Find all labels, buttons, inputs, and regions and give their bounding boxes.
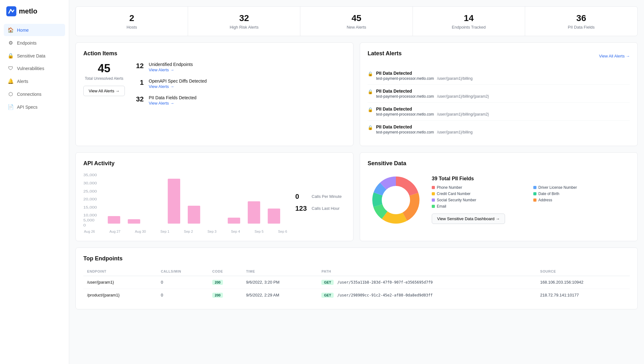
stat-high-risk-label: High Risk Alerts xyxy=(194,25,294,30)
chart-label-2: Aug 30 xyxy=(135,230,146,233)
svg-text:5,000: 5,000 xyxy=(83,219,95,222)
svg-text:15,000: 15,000 xyxy=(83,206,97,209)
legend-grid: Phone Number Driver License Number Credi… xyxy=(432,185,630,209)
api-activity-card: API Activity 35,000 30,000 25,000 20,000… xyxy=(75,152,353,241)
action-info-2: PII Data Fields Detected View Alerts → xyxy=(149,95,197,106)
action-link-0[interactable]: View Alerts → xyxy=(149,68,193,72)
svg-rect-13 xyxy=(228,218,240,224)
latest-alerts-card: Latest Alerts View All Alerts → 🔒 PII Da… xyxy=(360,42,638,146)
stat-high-risk-number: 32 xyxy=(194,13,294,24)
alert-host-2: test-payment-processor.metlo.com xyxy=(376,112,434,117)
chart-labels: Aug 26 Aug 27 Aug 30 Sep 1 Sep 2 Sep 3 S… xyxy=(83,230,288,233)
stat-pii-number: 36 xyxy=(531,13,631,24)
action-link-2[interactable]: View Alerts → xyxy=(149,101,197,106)
sidebar-item-vulnerabilities[interactable]: 🛡 Vulnerabilities xyxy=(4,62,65,74)
metlo-logo-icon xyxy=(6,6,16,16)
stat-hosts: 2 Hosts xyxy=(76,7,188,36)
action-info-0: Unidentified Endpoints View Alerts → xyxy=(149,62,193,72)
alert-details-2: PII Data Detected test-payment-processor… xyxy=(376,106,489,117)
action-items-card: Action Items 45 Total Unresolved Alerts … xyxy=(75,42,353,146)
legend-label-0: Phone Number xyxy=(437,185,462,190)
legend-dot-4 xyxy=(432,198,435,202)
legend-label-1: Driver License Number xyxy=(538,185,577,190)
api-stat-cpm-label: Calls Per Minute xyxy=(312,194,341,199)
alert-path-1: /user/{param1}/billing/{param2} xyxy=(437,94,489,99)
chart-label-0: Aug 26 xyxy=(84,230,95,233)
shield-icon: 🛡 xyxy=(8,66,14,71)
action-list: 12 Unidentified Endpoints View Alerts → … xyxy=(135,62,346,106)
sidebar-label-home: Home xyxy=(17,28,29,33)
action-row-2: 32 PII Data Fields Detected View Alerts … xyxy=(135,95,346,106)
row0-time: 9/6/2022, 3:20 PM xyxy=(242,276,318,289)
row0-path-value: /user/535a11b8-283d-47f0-907f-e3565695d7… xyxy=(337,280,433,285)
home-icon: 🏠 xyxy=(8,27,14,33)
chart-label-8: Sep 6 xyxy=(278,230,287,233)
legend-dot-2 xyxy=(432,192,435,195)
top-cards-row: Action Items 45 Total Unresolved Alerts … xyxy=(75,42,638,146)
total-alerts-section: 45 Total Unresolved Alerts View All Aler… xyxy=(83,62,125,96)
chart-label-3: Sep 1 xyxy=(160,230,169,233)
action-count-1: 1 xyxy=(135,79,144,87)
api-stat-cpm: 0 Calls Per Minute xyxy=(295,193,346,201)
alert-lock-icon-1: 🔒 xyxy=(368,89,373,94)
sensitive-total: 39 Total PII Fields xyxy=(432,176,630,182)
action-items-title: Action Items xyxy=(83,50,346,57)
bar-chart: 35,000 30,000 25,000 20,000 15,000 10,00… xyxy=(83,172,288,228)
row0-code: 200 xyxy=(208,276,242,289)
alert-path-0: /user/{param1}/billing xyxy=(437,76,473,81)
row1-method-path: GET /user/298909cc-91c2-45e2-af80-0da8ed… xyxy=(318,289,536,302)
svg-rect-15 xyxy=(268,209,280,224)
view-all-alerts-link[interactable]: View All Alerts → xyxy=(599,54,630,58)
endpoints-table-header-row: ENDPOINT CALLS/MIN Code Time Path Source xyxy=(83,267,630,276)
chart-label-7: Sep 5 xyxy=(254,230,264,233)
api-activity-title: API Activity xyxy=(83,160,346,167)
legend-label-6: Email xyxy=(437,204,446,209)
legend-dot-6 xyxy=(432,205,435,208)
alert-item-0: 🔒 PII Data Detected test-payment-process… xyxy=(368,67,630,85)
alert-host-1: test-payment-processor.metlo.com xyxy=(376,94,434,99)
stat-new-alerts-label: New Alerts xyxy=(307,25,406,30)
svg-rect-10 xyxy=(128,219,140,224)
sidebar-item-connections[interactable]: ⬡ Connections xyxy=(4,88,65,100)
view-sensitive-dashboard-button[interactable]: View Sensitive Data Dashboard → xyxy=(432,214,505,224)
row0-status-badge: 200 xyxy=(212,280,223,285)
row0-source: 168.106.203.156:10942 xyxy=(536,276,630,289)
alert-meta-3: test-payment-processor.metlo.com /user/{… xyxy=(376,130,473,134)
sidebar-item-home[interactable]: 🏠 Home xyxy=(4,24,65,36)
row1-method-badge: GET xyxy=(321,293,334,298)
sidebar-item-sensitive-data[interactable]: 🔒 Sensitive Data xyxy=(4,50,65,62)
stat-hosts-number: 2 xyxy=(82,13,181,24)
sidebar-item-api-specs[interactable]: 📄 API Specs xyxy=(4,101,65,113)
lock-icon: 🔒 xyxy=(8,53,14,59)
row0-endpoint-path: /user/{param1} xyxy=(87,280,114,285)
row0-calls-min: 0 xyxy=(157,276,209,289)
alert-title-3: PII Data Detected xyxy=(376,124,473,129)
sidebar-label-connections: Connections xyxy=(17,92,42,97)
chart-svg-container: 35,000 30,000 25,000 20,000 15,000 10,00… xyxy=(83,172,288,228)
chart-label-5: Sep 3 xyxy=(208,230,217,233)
sidebar-nav: 🏠 Home ⚙ Endpoints 🔒 Sensitive Data 🛡 Vu… xyxy=(0,24,69,113)
alert-path-3: /user/{param1}/billing xyxy=(437,130,473,134)
sensitive-data-card: Sensitive Data 39 xyxy=(360,152,638,241)
api-stat-clh: 123 Calls Last Hour xyxy=(295,204,346,213)
stat-pii-data-fields: 36 PII Data Fields xyxy=(525,7,637,36)
alert-meta-2: test-payment-processor.metlo.com /user/{… xyxy=(376,112,489,117)
alert-meta-1: test-payment-processor.metlo.com /user/{… xyxy=(376,94,489,99)
svg-text:35,000: 35,000 xyxy=(83,173,97,177)
row0-endpoint: /user/{param1} xyxy=(83,276,157,289)
view-all-alerts-button[interactable]: View All Alerts → xyxy=(83,86,125,96)
alert-details-0: PII Data Detected test-payment-processor… xyxy=(376,71,473,81)
sidebar-item-endpoints[interactable]: ⚙ Endpoints xyxy=(4,37,65,49)
action-link-1[interactable]: View Alerts → xyxy=(149,84,207,89)
connections-icon: ⬡ xyxy=(8,91,14,97)
donut-svg xyxy=(368,172,424,228)
sidebar-item-alerts[interactable]: 🔔 Alerts xyxy=(4,75,65,87)
endpoints-table: ENDPOINT CALLS/MIN Code Time Path Source… xyxy=(83,267,630,302)
stat-endpoints-tracked-label: Endpoints Tracked xyxy=(419,25,519,30)
alert-title-0: PII Data Detected xyxy=(376,71,473,76)
legend-item-6: Email xyxy=(432,204,528,209)
sensitive-data-content: 39 Total PII Fields Phone Number Driver … xyxy=(368,172,630,228)
api-stat-clh-number: 123 xyxy=(295,204,308,213)
legend-dot-1 xyxy=(533,186,536,189)
main-content: 2 Hosts 32 High Risk Alerts 45 New Alert… xyxy=(69,0,644,364)
